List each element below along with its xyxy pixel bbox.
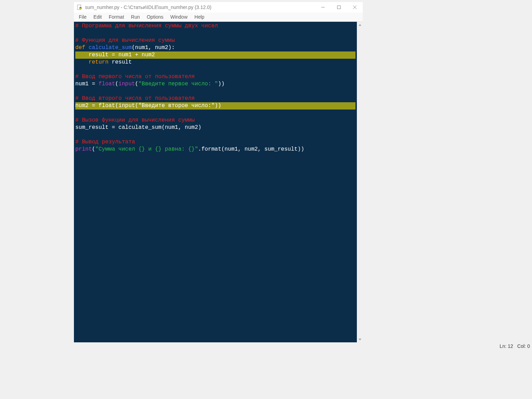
menu-format[interactable]: Format	[105, 13, 127, 21]
code-editor[interactable]: # Программа для вычисления суммы двух чи…	[74, 22, 357, 342]
scroll-up-arrow[interactable]	[357, 22, 363, 28]
idle-window: sum_numher.py - C:\Статьи\IDLE\sum_numhe…	[74, 2, 363, 342]
code-highlighted-line: result = num1 + num2	[75, 51, 355, 59]
menubar: File Edit Format Run Options Window Help	[74, 12, 363, 22]
code-keyword: return	[88, 59, 108, 65]
vertical-scrollbar[interactable]	[357, 22, 363, 342]
code-string: "Введите первое число: "	[138, 81, 218, 87]
menu-edit[interactable]: Edit	[90, 13, 105, 21]
scroll-down-arrow[interactable]	[357, 336, 363, 342]
code-comment: # Вызов функции для вычисления суммы	[75, 117, 195, 123]
close-button[interactable]	[347, 2, 363, 12]
status-col-label: Col:	[517, 343, 526, 349]
editor-container: # Программа для вычисления суммы двух чи…	[74, 22, 363, 342]
minimize-button[interactable]	[315, 2, 331, 12]
code-comment: # Вывод результата	[75, 139, 135, 145]
menu-help[interactable]: Help	[191, 13, 208, 21]
code-comment: # Ввод второго числа от пользователя	[75, 95, 195, 102]
status-ln-value: 12	[508, 343, 513, 349]
code-comment: # Функция для вычисления суммы	[75, 37, 175, 44]
statusbar: Ln: 12 Col: 0	[500, 343, 530, 349]
code-text: num1 =	[75, 81, 98, 87]
code-builtin: input	[118, 81, 135, 87]
code-comment: # Программа для вычисления суммы двух чи…	[75, 23, 218, 29]
code-builtin: float	[98, 81, 115, 87]
menu-file[interactable]: File	[75, 13, 90, 21]
menu-options[interactable]: Options	[143, 13, 167, 21]
titlebar: sum_numher.py - C:\Статьи\IDLE\sum_numhe…	[74, 2, 363, 12]
code-keyword: def	[75, 45, 85, 51]
code-string: "Сумма чисел {} и {} равна: {}"	[95, 146, 198, 152]
app-icon	[77, 4, 82, 10]
code-text: result	[108, 59, 132, 65]
code-text: .format(num1, num2, sum_result))	[198, 146, 304, 152]
window-title: sum_numher.py - C:\Статьи\IDLE\sum_numhe…	[85, 4, 315, 10]
menu-run[interactable]: Run	[127, 13, 143, 21]
code-text: num2 = float(input("Введите второе число…	[75, 103, 221, 109]
code-identifier: calculate_sum	[85, 45, 132, 51]
code-comment: # Ввод первого числа от пользователя	[75, 74, 195, 80]
code-text: sum_result = calculate_sum(num1, num2)	[75, 124, 201, 131]
maximize-button[interactable]	[331, 2, 347, 12]
status-col-value: 0	[527, 343, 530, 349]
code-builtin: print	[75, 146, 92, 152]
menu-window[interactable]: Window	[167, 13, 191, 21]
window-controls	[315, 2, 363, 12]
status-ln-label: Ln:	[500, 343, 506, 349]
code-text: (num1, num2):	[132, 45, 175, 51]
svg-rect-4	[338, 6, 341, 9]
code-highlighted-line: num2 = float(input("Введите второе число…	[75, 102, 355, 110]
code-text: result = num1 + num2	[88, 52, 155, 58]
